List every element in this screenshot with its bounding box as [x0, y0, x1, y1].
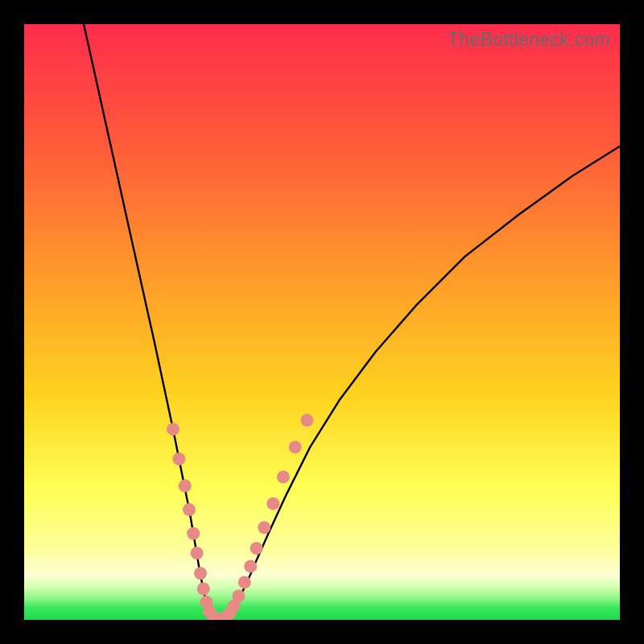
data-marker: [197, 583, 210, 596]
data-marker: [167, 423, 180, 436]
curve-path: [84, 24, 620, 619]
data-marker: [250, 542, 263, 555]
plot-area: TheBottleneck.com: [24, 24, 620, 620]
data-marker: [289, 440, 302, 453]
data-marker: [266, 497, 279, 510]
data-marker: [232, 589, 245, 602]
data-marker: [277, 470, 290, 483]
data-marker: [191, 547, 204, 559]
data-marker: [172, 452, 185, 465]
data-marker: [187, 527, 200, 540]
data-marker: [179, 480, 192, 493]
curve-layer: [24, 24, 620, 620]
chart-frame: TheBottleneck.com: [0, 0, 644, 644]
data-markers: [167, 414, 314, 620]
data-marker: [194, 567, 207, 580]
data-marker: [258, 521, 270, 534]
data-marker: [244, 559, 257, 572]
data-marker: [301, 414, 314, 427]
data-marker: [238, 576, 251, 588]
data-marker: [183, 503, 196, 516]
bottleneck-curve: [84, 24, 620, 619]
watermark-label: TheBottleneck.com: [448, 29, 610, 51]
